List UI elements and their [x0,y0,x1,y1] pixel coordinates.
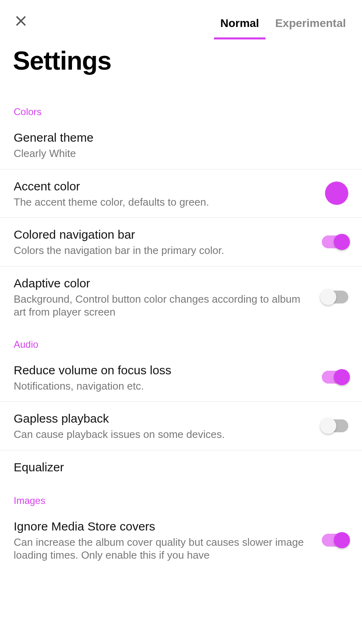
row-reduce-volume[interactable]: Reduce volume on focus loss Notification… [0,353,362,402]
reduce-volume-sub: Notifications, navigation etc. [14,380,314,393]
close-button[interactable] [13,13,29,29]
colored-nav-toggle[interactable] [322,235,348,248]
colored-nav-title: Colored navigation bar [14,227,314,242]
general-theme-sub: Clearly White [14,147,340,160]
toggle-knob [320,289,336,305]
colored-nav-sub: Colors the navigation bar in the primary… [14,244,314,257]
row-general-theme[interactable]: General theme Clearly White [0,121,362,169]
toggle-knob [320,418,336,434]
reduce-volume-title: Reduce volume on focus loss [14,362,314,378]
adaptive-sub: Background, Control button color changes… [14,293,314,319]
row-adaptive-color[interactable]: Adaptive color Background, Control butto… [0,266,362,328]
section-colors-header: Colors [0,95,362,121]
tab-experimental[interactable]: Experimental [275,10,346,39]
row-colored-nav[interactable]: Colored navigation bar Colors the naviga… [0,218,362,266]
row-accent-color[interactable]: Accent color The accent theme color, def… [0,169,362,218]
accent-color-sub: The accent theme color, defaults to gree… [14,196,317,209]
accent-color-title: Accent color [14,178,317,194]
reduce-volume-toggle[interactable] [322,371,348,384]
accent-color-swatch[interactable] [325,182,348,205]
section-images-header: Images [0,484,362,510]
gapless-title: Gapless playback [14,411,314,426]
gapless-sub: Can cause playback issues on some device… [14,428,314,441]
toggle-knob [334,369,350,385]
page-title: Settings [0,39,362,95]
adaptive-title: Adaptive color [14,275,314,291]
close-icon [14,14,28,28]
general-theme-title: General theme [14,130,340,145]
row-ignore-mediastore[interactable]: Ignore Media Store covers Can increase t… [0,510,362,562]
tab-normal[interactable]: Normal [220,10,259,39]
toggle-knob [334,532,350,548]
equalizer-title: Equalizer [14,459,340,475]
section-audio-header: Audio [0,328,362,353]
ignore-mediastore-sub: Can increase the album cover quality but… [14,536,314,562]
ignore-mediastore-toggle[interactable] [322,534,348,547]
toggle-knob [334,234,350,250]
row-equalizer[interactable]: Equalizer [0,450,362,484]
row-gapless[interactable]: Gapless playback Can cause playback issu… [0,402,362,450]
gapless-toggle[interactable] [322,419,348,432]
adaptive-toggle[interactable] [322,291,348,303]
tabs: Normal Experimental [220,10,349,39]
ignore-mediastore-title: Ignore Media Store covers [14,518,314,534]
